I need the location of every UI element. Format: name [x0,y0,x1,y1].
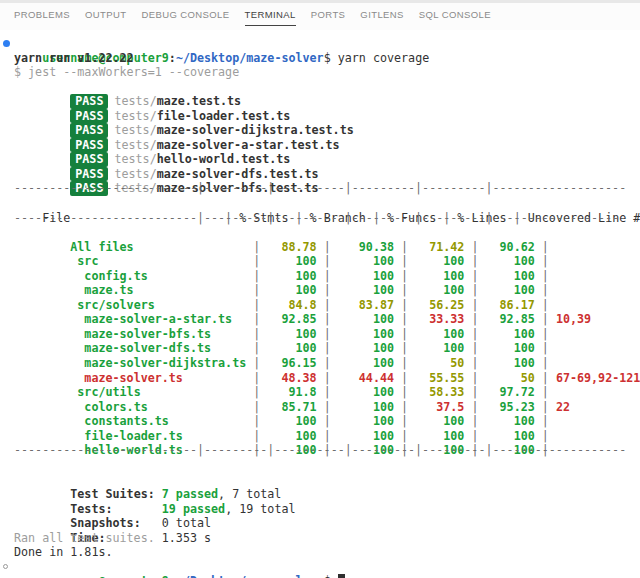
tab-terminal[interactable]: TERMINAL [245,3,296,26]
coverage-row: maze-solver-bfs.ts | 100 | 100 | 100 | 1… [14,312,640,327]
jest-command-line: $ jest --maxWorkers=1 --coverage [14,65,640,80]
prompt-line-current: username@computer9:~/Desktop/maze-solver… [14,560,640,575]
pass-line: PASStests/maze-solver-dijkstra.test.ts [14,109,640,124]
done-text: Done in 1.81s. [14,545,113,559]
prompt-colon: : [169,574,176,578]
tab-label: DEBUG CONSOLE [141,9,229,20]
coverage-row: file-loader.ts | 100 | 100 | 100 | 100 | [14,414,640,429]
coverage-row: maze-solver-dfs.ts | 100 | 100 | 100 | 1… [14,327,640,342]
tab-debug-console[interactable]: DEBUG CONSOLE [141,3,229,26]
coverage-row: src/solvers | 84.8 | 83.87 | 56.25 | 86.… [14,283,640,298]
coverage-row: maze-solver.ts | 48.38 | 44.44 | 55.55 |… [14,356,640,371]
tab-label: TERMINAL [245,9,296,20]
prompt-line: username@computer9:~/Desktop/maze-solver… [14,36,640,51]
summary-line: Test Suites: 7 passed, 7 total [14,472,640,487]
tab-sql-console[interactable]: SQL CONSOLE [419,3,491,26]
tab-label: SQL CONSOLE [419,9,491,20]
coverage-row: All files | 88.78 | 90.38 | 71.42 | 90.6… [14,225,640,240]
blank-line [14,458,640,473]
tab-label: PORTS [311,9,346,20]
coverage-table-body: All files | 88.78 | 90.38 | 71.42 | 90.6… [14,225,640,443]
pass-line: PASStests/maze-solver-a-star.test.ts [14,123,640,138]
pass-line: PASStests/maze-solver-dfs.test.ts [14,152,640,167]
jest-command-text: $ jest --maxWorkers=1 --coverage [14,65,239,79]
tab-label: PROBLEMS [14,9,70,20]
table-separator-mid: --------------------------|---------|---… [14,211,640,226]
prompt-user-host: username@computer9 [42,574,169,578]
tab-label: GITLENS [360,9,403,20]
table-separator-bottom: --------------------------|---------|---… [14,443,640,458]
summary-line: Tests: 19 passed, 19 total [14,487,640,502]
coverage-table-header: File | % Stmts | % Branch | % Funcs | % … [14,196,640,211]
terminal-output[interactable]: username@computer9:~/Desktop/maze-solver… [0,30,640,574]
tab-ports[interactable]: PORTS [311,3,346,26]
coverage-row: src | 100 | 100 | 100 | 100 | [14,240,640,255]
yarn-version-line: yarn run v1.22.22 [14,51,640,66]
command-success-decoration-icon[interactable] [3,40,10,47]
command-pending-decoration-icon[interactable] [3,564,8,569]
coverage-row: colors.ts | 85.71 | 100 | 37.5 | 95.23 |… [14,385,640,400]
coverage-row: src/utils | 91.8 | 100 | 58.33 | 97.72 | [14,371,640,386]
tab-problems[interactable]: PROBLEMS [14,3,70,26]
ran-all-line: Ran all test suites. [14,531,640,546]
pass-line: PASStests/maze-solver-bfs.test.ts [14,167,640,182]
table-separator-top: --------------------------|---------|---… [14,181,640,196]
pass-list: PASStests/maze.test.ts PASStests/file-lo… [14,80,640,182]
tab-label: OUTPUT [85,9,126,20]
coverage-row: maze-solver-dijkstra.ts | 96.15 | 100 | … [14,341,640,356]
pass-line: PASStests/file-loader.test.ts [14,94,640,109]
tab-gitlens[interactable]: GITLENS [360,3,403,26]
yarn-version-text: yarn run v1.22.22 [14,51,134,65]
tab-output[interactable]: OUTPUT [85,3,126,26]
pass-line: PASStests/maze.test.ts [14,80,640,95]
coverage-row: config.ts | 100 | 100 | 100 | 100 | [14,254,640,269]
panel-tab-bar: PROBLEMS OUTPUT DEBUG CONSOLE TERMINAL P… [0,0,640,30]
prompt-dollar: $ [324,574,338,578]
summary-line: Time: 1.353 s [14,516,640,531]
coverage-row: maze-solver-a-star.ts | 92.85 | 100 | 33… [14,298,640,313]
pass-line: PASStests/hello-world.test.ts [14,138,640,153]
summary-block: Test Suites: 7 passed, 7 total Tests: 19… [14,472,640,530]
coverage-row: constants.ts | 100 | 100 | 100 | 100 | [14,400,640,415]
done-line: Done in 1.81s. [14,545,640,560]
terminal-cursor [338,574,345,578]
prompt-path: ~/Desktop/maze-solver [176,574,324,578]
coverage-row: maze.ts | 100 | 100 | 100 | 100 | [14,269,640,284]
coverage-row: hello-world.ts | 100 | 100 | 100 | 100 | [14,429,640,444]
summary-line: Snapshots: 0 total [14,502,640,517]
ran-all-text: Ran all test suites. [14,531,155,545]
